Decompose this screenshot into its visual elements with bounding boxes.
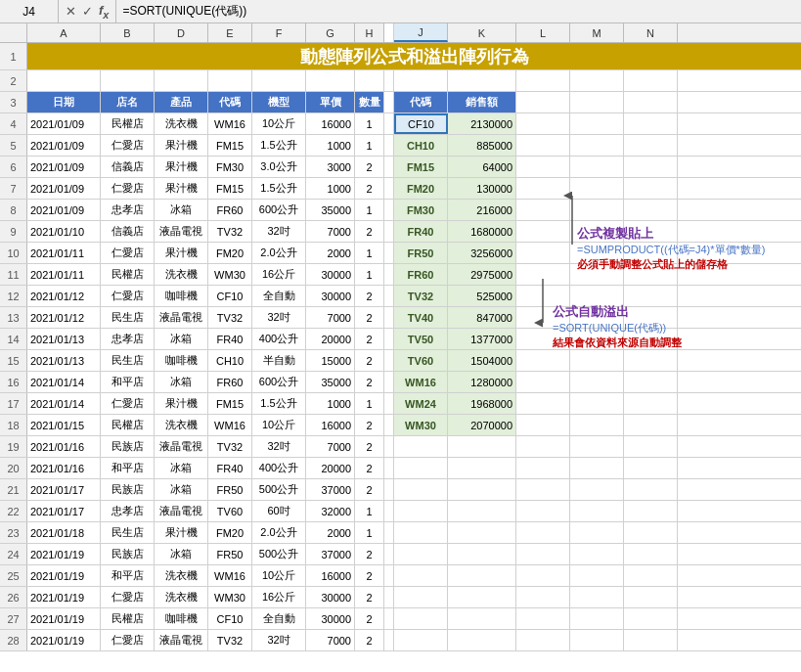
cell-store-16[interactable]: 和平店 (101, 372, 155, 392)
cell-date-22[interactable]: 2021/01/17 (27, 501, 101, 521)
cell-date-6[interactable]: 2021/01/09 (27, 157, 101, 177)
cell-product-26[interactable]: 洗衣機 (155, 587, 208, 607)
cell-sales-19[interactable] (448, 436, 516, 457)
cell-code2-12[interactable]: TV32 (394, 286, 448, 306)
cell-price-26[interactable]: 30000 (306, 587, 355, 607)
cell-model-25[interactable]: 10公斤 (252, 565, 306, 586)
cell-sales-6[interactable]: 64000 (448, 157, 516, 177)
cell-model-6[interactable]: 3.0公升 (252, 157, 306, 177)
col-header-f[interactable]: F (252, 23, 306, 42)
cell-price-25[interactable]: 16000 (306, 565, 355, 586)
cell-price-23[interactable]: 2000 (306, 522, 355, 543)
cell-code2-23[interactable] (394, 522, 448, 543)
cell-product-8[interactable]: 冰箱 (155, 200, 208, 220)
cell-code-22[interactable]: TV60 (208, 501, 252, 521)
cell-qty-15[interactable]: 2 (355, 350, 384, 371)
cell-product-24[interactable]: 冰箱 (155, 544, 208, 564)
cell-sales-18[interactable]: 2070000 (448, 415, 516, 435)
cell-sales-26[interactable] (448, 587, 516, 607)
cell-price-13[interactable]: 7000 (306, 307, 355, 328)
cell-sales-10[interactable]: 3256000 (448, 243, 516, 263)
cell-price-12[interactable]: 30000 (306, 286, 355, 306)
col-header-j[interactable]: J (394, 23, 448, 42)
function-icon[interactable]: fx (99, 3, 109, 21)
cell-model-16[interactable]: 600公升 (252, 372, 306, 392)
cell-qty-8[interactable]: 1 (355, 200, 384, 220)
cell-sales-8[interactable]: 216000 (448, 200, 516, 220)
cell-qty-27[interactable]: 2 (355, 608, 384, 629)
cell-code-11[interactable]: WM30 (208, 264, 252, 285)
cell-qty-26[interactable]: 2 (355, 587, 384, 607)
cell-code-26[interactable]: WM30 (208, 587, 252, 607)
cell-sales-12[interactable]: 525000 (448, 286, 516, 306)
cell-price-28[interactable]: 7000 (306, 630, 355, 650)
cell-qty-20[interactable]: 2 (355, 458, 384, 478)
cell-code-10[interactable]: FM20 (208, 243, 252, 263)
cell-model-28[interactable]: 32吋 (252, 630, 306, 650)
cell-store-21[interactable]: 民族店 (101, 479, 155, 500)
cell-model-21[interactable]: 500公升 (252, 479, 306, 500)
cell-date-5[interactable]: 2021/01/09 (27, 135, 101, 156)
cell-qty-13[interactable]: 2 (355, 307, 384, 328)
cell-code2-5[interactable]: CH10 (394, 135, 448, 156)
cell-model-13[interactable]: 32吋 (252, 307, 306, 328)
cell-date-17[interactable]: 2021/01/14 (27, 393, 101, 414)
cell-product-22[interactable]: 液晶電視 (155, 501, 208, 521)
cell-product-4[interactable]: 洗衣機 (155, 113, 208, 134)
cell-qty-22[interactable]: 1 (355, 501, 384, 521)
cell-code-9[interactable]: TV32 (208, 221, 252, 242)
cell-price-10[interactable]: 2000 (306, 243, 355, 263)
cell-code-14[interactable]: FR40 (208, 329, 252, 349)
cell-code2-19[interactable] (394, 436, 448, 457)
cell-code2-9[interactable]: FR40 (394, 221, 448, 242)
cell-qty-23[interactable]: 1 (355, 522, 384, 543)
cell-price-22[interactable]: 32000 (306, 501, 355, 521)
cell-date-21[interactable]: 2021/01/17 (27, 479, 101, 500)
cell-model-11[interactable]: 16公斤 (252, 264, 306, 285)
col-header-e[interactable]: E (208, 23, 252, 42)
cell-code2-13[interactable]: TV40 (394, 307, 448, 328)
cell-model-26[interactable]: 16公斤 (252, 587, 306, 607)
confirm-icon[interactable]: ✓ (82, 4, 93, 19)
cell-price-5[interactable]: 1000 (306, 135, 355, 156)
cell-product-20[interactable]: 冰箱 (155, 458, 208, 478)
cell-code2-15[interactable]: TV60 (394, 350, 448, 371)
cell-code2-22[interactable] (394, 501, 448, 521)
cell-code2-14[interactable]: TV50 (394, 329, 448, 349)
cell-code-13[interactable]: TV32 (208, 307, 252, 328)
cell-sales-22[interactable] (448, 501, 516, 521)
col-header-b[interactable]: B (101, 23, 155, 42)
cell-code2-4[interactable]: CF10 (394, 113, 448, 134)
cell-qty-7[interactable]: 2 (355, 178, 384, 199)
cell-qty-12[interactable]: 2 (355, 286, 384, 306)
cell-date-15[interactable]: 2021/01/13 (27, 350, 101, 371)
cell-price-14[interactable]: 20000 (306, 329, 355, 349)
cell-code2-10[interactable]: FR50 (394, 243, 448, 263)
cell-qty-11[interactable]: 1 (355, 264, 384, 285)
cell-store-22[interactable]: 忠孝店 (101, 501, 155, 521)
cell-date-14[interactable]: 2021/01/13 (27, 329, 101, 349)
cell-code-18[interactable]: WM16 (208, 415, 252, 435)
cell-product-17[interactable]: 果汁機 (155, 393, 208, 414)
cell-code2-20[interactable] (394, 458, 448, 478)
cell-qty-21[interactable]: 2 (355, 479, 384, 500)
cell-sales-15[interactable]: 1504000 (448, 350, 516, 371)
cell-code-12[interactable]: CF10 (208, 286, 252, 306)
cell-price-16[interactable]: 35000 (306, 372, 355, 392)
cell-product-7[interactable]: 果汁機 (155, 178, 208, 199)
cell-model-9[interactable]: 32吋 (252, 221, 306, 242)
cell-product-5[interactable]: 果汁機 (155, 135, 208, 156)
cell-sales-21[interactable] (448, 479, 516, 500)
cell-store-6[interactable]: 信義店 (101, 157, 155, 177)
cell-sales-25[interactable] (448, 565, 516, 586)
cell-date-8[interactable]: 2021/01/09 (27, 200, 101, 220)
cell-code-25[interactable]: WM16 (208, 565, 252, 586)
cell-date-16[interactable]: 2021/01/14 (27, 372, 101, 392)
cell-price-27[interactable]: 30000 (306, 608, 355, 629)
cell-code-5[interactable]: FM15 (208, 135, 252, 156)
cell-sales-16[interactable]: 1280000 (448, 372, 516, 392)
cell-price-4[interactable]: 16000 (306, 113, 355, 134)
cell-sales-7[interactable]: 130000 (448, 178, 516, 199)
cell-store-11[interactable]: 民權店 (101, 264, 155, 285)
cell-code-19[interactable]: TV32 (208, 436, 252, 457)
